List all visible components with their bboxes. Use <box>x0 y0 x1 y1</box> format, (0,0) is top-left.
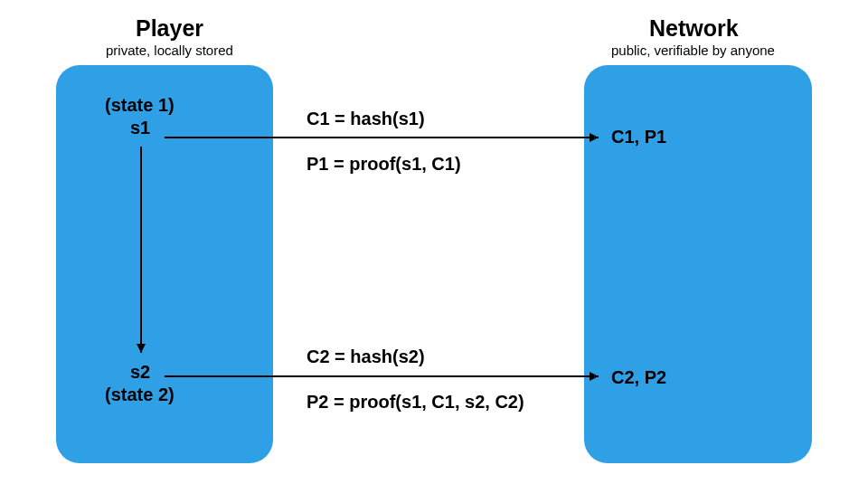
network-subtitle: public, verifiable by anyone <box>611 43 775 58</box>
arrow1-eq1: C1 = hash(s1) <box>307 109 425 129</box>
network-row1: C1, P1 <box>611 127 666 147</box>
player-subtitle: private, locally stored <box>106 43 233 58</box>
player-title: Player <box>136 15 203 42</box>
s2-label: s2 <box>130 362 150 383</box>
network-row2: C2, P2 <box>611 367 666 388</box>
network-panel <box>584 65 812 463</box>
state2-label: (state 2) <box>105 384 175 405</box>
arrow2-eq1: C2 = hash(s2) <box>307 346 425 367</box>
arrow2-eq2: P2 = proof(s1, C1, s2, C2) <box>307 392 524 413</box>
state1-label: (state 1) <box>105 95 175 116</box>
s1-label: s1 <box>130 118 150 138</box>
network-title: Network <box>649 15 739 42</box>
diagram-root: Player private, locally stored Network p… <box>0 0 868 503</box>
arrow1-eq2: P1 = proof(s1, C1) <box>307 154 461 175</box>
